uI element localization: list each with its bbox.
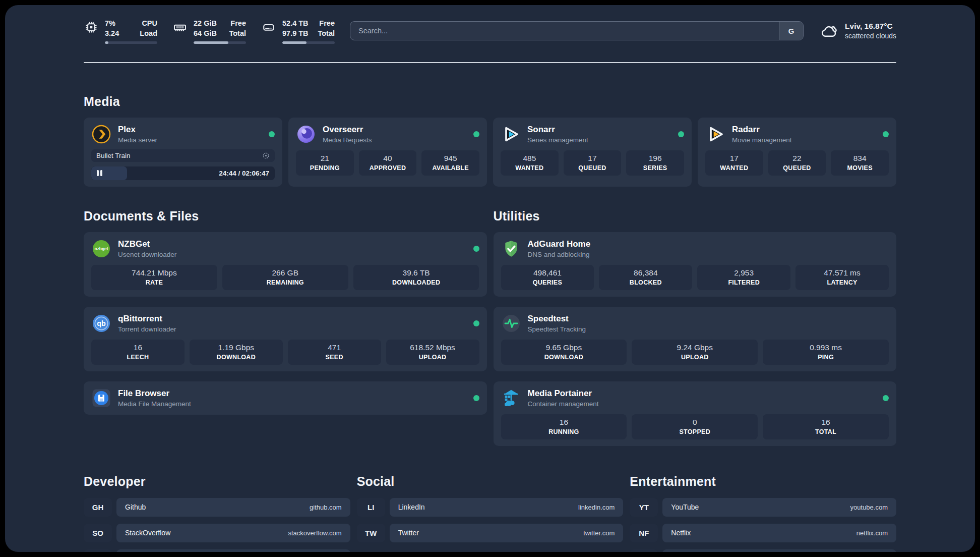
link-row-youtube[interactable]: YT YouTube youtube.com xyxy=(630,498,896,517)
link-row-linkedin[interactable]: LI LinkedIn linkedin.com xyxy=(357,498,624,517)
stat-tile: 40 APPROVED xyxy=(359,150,417,176)
app-card-adguard[interactable]: AdGuard Home DNS and adblocking 498,461 … xyxy=(494,232,897,297)
documents-column: Documents & Files nzbget NZBGet Usenet d… xyxy=(84,209,487,446)
search-engine-button[interactable]: G xyxy=(779,22,803,40)
link-abbr[interactable]: SO xyxy=(84,524,112,542)
link-row-reddit[interactable]: RE Reddit reddit.com xyxy=(630,549,896,552)
stat-tile: 21 PENDING xyxy=(296,150,354,176)
app-description: Media server xyxy=(118,136,157,144)
status-dot-online xyxy=(473,131,479,137)
app-card-sonarr[interactable]: Sonarr Series management 485 WANTED 17 Q… xyxy=(493,118,692,187)
status-dot-online xyxy=(269,131,275,137)
cloud-icon xyxy=(819,21,839,41)
link-abbr[interactable]: YT xyxy=(630,498,658,517)
app-card-nzbget[interactable]: nzbget NZBGet Usenet downloader 744.21 M… xyxy=(84,232,487,297)
stat-tile: 1.19 Gbps DOWNLOAD xyxy=(190,340,283,365)
weather-widget: Lviv, 16.87°C scattered clouds xyxy=(819,21,896,41)
app-description: Container management xyxy=(528,400,599,408)
link-row-stackoverflow[interactable]: SO StackOverflow stackoverflow.com xyxy=(84,524,350,542)
header-divider xyxy=(84,62,896,63)
link-label: YouTube xyxy=(671,503,699,511)
cpu-stat: 7% 3.24 CPU Load xyxy=(84,18,157,44)
link-label: LinkedIn xyxy=(398,503,425,511)
stat-tile: 16 TOTAL xyxy=(763,414,889,439)
stat-tile: 471 SEED xyxy=(288,340,381,365)
pause-icon[interactable] xyxy=(97,170,102,176)
search-bar: G xyxy=(350,21,804,40)
app-description: DNS and adblocking xyxy=(528,251,591,258)
ram-progressbar xyxy=(194,41,246,44)
app-card-portainer[interactable]: Media Portainer Container management 16 … xyxy=(494,381,897,446)
link-abbr[interactable]: NF xyxy=(630,524,658,542)
section-title-social: Social xyxy=(357,474,624,489)
stat-tile: 485 WANTED xyxy=(501,150,559,176)
link-row-netflix[interactable]: NF Netflix netflix.com xyxy=(630,524,896,542)
status-dot-online xyxy=(473,320,479,326)
link-label: StackOverflow xyxy=(125,529,170,537)
link-row-dev[interactable]: DT DEV dev.to xyxy=(84,549,350,552)
ram-free: 22 GiB xyxy=(194,18,217,28)
stat-tile: 834 MOVIES xyxy=(831,150,889,176)
app-name: Sonarr xyxy=(527,125,588,135)
overseerr-icon xyxy=(296,124,316,144)
now-playing-title: Bullet Train xyxy=(96,152,131,159)
nzbget-icon: nzbget xyxy=(91,239,111,259)
app-name: Overseerr xyxy=(323,125,372,135)
links-section-entertainment: Entertainment YT YouTube youtube.com NF … xyxy=(630,474,896,552)
stat-tile: 16 LEECH xyxy=(91,340,185,365)
stat-tile: 39.6 TB DOWNLOADED xyxy=(353,265,479,290)
playback-progressbar[interactable]: 24:44 / 02:06:47 xyxy=(91,166,275,180)
links-section-developer: Developer GH Github github.com SO StackO… xyxy=(84,474,350,552)
portainer-icon xyxy=(501,388,521,408)
adguard-icon xyxy=(501,239,521,259)
app-card-plex[interactable]: Plex Media server Bullet Train 24:44 / 0… xyxy=(84,118,282,187)
app-name: NZBGet xyxy=(118,239,176,249)
cpu-load: 3.24 xyxy=(105,28,119,38)
stat-tile: 47.571 ms LATENCY xyxy=(795,265,889,290)
plex-icon xyxy=(91,124,111,144)
link-row-github[interactable]: GH Github github.com xyxy=(84,498,350,517)
app-description: Usenet downloader xyxy=(118,251,176,258)
link-abbr[interactable]: DT xyxy=(84,549,112,552)
app-description: Torrent downloader xyxy=(118,325,176,333)
stat-tile: 498,461 QUERIES xyxy=(501,265,594,290)
app-name: AdGuard Home xyxy=(528,239,591,249)
stat-tile: 266 GB REMAINING xyxy=(222,265,348,290)
app-name: Radarr xyxy=(732,125,792,135)
app-card-overseerr[interactable]: Overseerr Media Requests 21 PENDING 40 A… xyxy=(288,118,487,187)
cog-icon[interactable] xyxy=(262,152,270,159)
link-abbr[interactable]: RE xyxy=(630,549,658,552)
app-name: Plex xyxy=(118,125,157,135)
app-description: Series management xyxy=(527,136,588,144)
link-abbr[interactable]: LI xyxy=(357,498,385,517)
status-dot-online xyxy=(883,131,889,137)
stat-tile: 9.24 Gbps UPLOAD xyxy=(632,340,758,365)
cpu-load-label: Load xyxy=(140,28,157,38)
sonarr-icon xyxy=(501,124,521,144)
qbittorrent-icon: qb xyxy=(91,313,111,333)
app-card-filebrowser[interactable]: File Browser Media File Management xyxy=(84,381,487,415)
stat-tile: 0 STOPPED xyxy=(632,414,758,439)
utilities-column: Utilities AdGuard Home DNS and adblockin… xyxy=(494,209,897,446)
stat-tile: 945 AVAILABLE xyxy=(421,150,479,176)
app-card-speedtest[interactable]: Speedtest Speedtest Tracking 9.65 Gbps D… xyxy=(494,307,897,371)
app-card-qbittorrent[interactable]: qb qBittorrent Torrent downloader 16 LEE… xyxy=(84,307,487,371)
cpu-icon xyxy=(84,20,99,35)
app-card-radarr[interactable]: Radarr Movie management 17 WANTED 22 QUE… xyxy=(698,118,896,187)
link-abbr[interactable]: TW xyxy=(357,524,385,542)
section-title-entertainment: Entertainment xyxy=(630,474,896,489)
disk-total-label: Total xyxy=(318,28,335,38)
link-url: youtube.com xyxy=(850,504,888,511)
ram-free-label: Free xyxy=(229,18,246,28)
link-abbr[interactable]: GH xyxy=(84,498,112,517)
playback-time: 24:44 / 02:06:47 xyxy=(219,170,269,177)
stat-tile: 0.993 ms PING xyxy=(763,340,889,365)
app-description: Movie management xyxy=(732,136,792,144)
cpu-progressbar xyxy=(105,41,157,44)
window-frame: 7% 3.24 CPU Load xyxy=(0,0,980,557)
svg-text:qb: qb xyxy=(97,319,106,327)
stat-tile: 22 QUEUED xyxy=(768,150,826,176)
link-row-twitter[interactable]: TW Twitter twitter.com xyxy=(357,524,624,542)
status-dot-online xyxy=(678,131,684,137)
search-input[interactable] xyxy=(350,22,779,40)
